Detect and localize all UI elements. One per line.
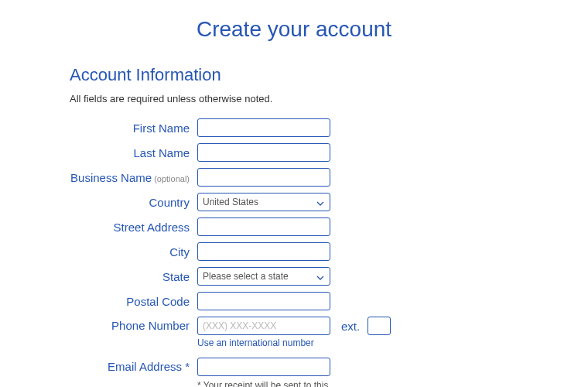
ext-label: ext.	[341, 320, 360, 333]
last-name-field[interactable]	[197, 143, 330, 162]
email-address-field[interactable]	[197, 358, 330, 376]
business-name-label-text: Business Name	[70, 171, 152, 184]
phone-ext-field[interactable]	[368, 317, 391, 335]
country-label: Country	[70, 196, 197, 209]
state-select[interactable]: Please select a state	[197, 267, 330, 286]
last-name-label: Last Name	[70, 146, 197, 159]
required-fields-note: All fields are required unless otherwise…	[70, 93, 518, 104]
intl-phone-link[interactable]: Use an international number	[197, 337, 391, 348]
business-name-field[interactable]	[197, 168, 330, 187]
first-name-label: First Name	[70, 122, 197, 135]
city-label: City	[70, 245, 197, 259]
street-address-label: Street Address	[70, 221, 197, 234]
city-field[interactable]	[197, 242, 330, 261]
street-address-field[interactable]	[197, 217, 330, 236]
business-name-optional: (optional)	[152, 174, 190, 183]
country-select[interactable]: United States	[197, 193, 330, 211]
email-address-label: Email Address *	[70, 358, 197, 373]
state-label: State	[70, 270, 197, 283]
postal-code-label: Postal Code	[70, 295, 197, 308]
phone-number-label: Phone Number	[70, 317, 197, 332]
page-title: Create your account	[70, 17, 518, 42]
section-heading: Account Information	[70, 65, 518, 85]
postal-code-field[interactable]	[197, 292, 330, 310]
phone-number-field[interactable]	[197, 317, 330, 335]
first-name-field[interactable]	[197, 118, 330, 137]
business-name-label: Business Name (optional)	[70, 171, 197, 184]
email-footnote: * Your receipt will be sent to this addr…	[197, 379, 344, 387]
